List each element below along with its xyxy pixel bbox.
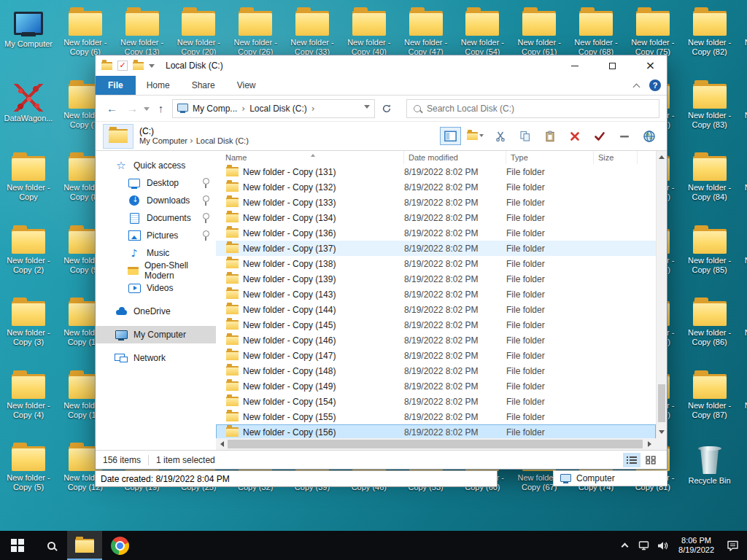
checkmark-button[interactable]	[589, 127, 610, 145]
vertical-scroll-thumb[interactable]	[658, 384, 665, 422]
file-row[interactable]: New folder - Copy (149) 8/19/2022 8:02 P…	[216, 378, 656, 394]
desktop-icon[interactable]: New folder - Copy (87)	[682, 370, 738, 420]
vertical-scrollbar[interactable]	[656, 151, 667, 438]
delete-button[interactable]	[564, 127, 585, 145]
history-dropdown-caret[interactable]	[144, 107, 150, 114]
qat-check-icon[interactable]: ✓	[117, 61, 128, 71]
desktop-icon[interactable]: New folder - Copy (2)	[1, 225, 56, 275]
desktop-icon[interactable]: My Computer	[1, 7, 56, 49]
desktop-icon[interactable]: New folder - Copy (83)	[682, 80, 738, 130]
back-button[interactable]: ←	[103, 99, 121, 118]
globe-button[interactable]	[638, 127, 659, 145]
desktop-icon[interactable]: New folder - Copy (20)	[171, 7, 226, 57]
desktop-icon[interactable]: New folder - Copy (13)	[115, 7, 170, 57]
drive-folder-button[interactable]	[103, 124, 133, 149]
tab-home[interactable]: Home	[136, 76, 181, 95]
desktop-icon[interactable]: New folder - Copy (91)	[738, 225, 747, 275]
breadcrumb-segment[interactable]: Local Disk (C:)	[249, 104, 307, 114]
address-dropdown-caret[interactable]	[364, 105, 370, 112]
scroll-left-arrow[interactable]	[216, 438, 227, 450]
action-center-button[interactable]	[721, 531, 744, 560]
sidebar-item-open-shell-modern[interactable]: Open-Shell Modern	[96, 262, 216, 279]
sidebar-item-documents[interactable]: Documents	[96, 209, 216, 227]
file-row[interactable]: New folder - Copy (155) 8/19/2022 8:02 P…	[216, 409, 656, 424]
tab-file[interactable]: File	[96, 76, 136, 95]
desktop-icon[interactable]: New folder - Copy	[1, 152, 56, 202]
tab-share[interactable]: Share	[181, 76, 226, 95]
sidebar-item-network[interactable]: Network	[96, 349, 216, 367]
scroll-down-arrow[interactable]	[657, 427, 667, 438]
sidebar-item-downloads[interactable]: Downloads	[96, 192, 216, 209]
desktop-icon[interactable]: New folder - Copy (5)	[1, 443, 56, 492]
forward-button[interactable]: →	[123, 99, 142, 118]
start-button[interactable]	[0, 531, 35, 560]
desktop-icon[interactable]: New folder - Copy (33)	[285, 7, 340, 57]
cut-button[interactable]	[489, 127, 511, 145]
desktop-icon[interactable]: New folder - Copy (86)	[682, 298, 738, 347]
column-header-size[interactable]: Size	[594, 151, 638, 164]
file-row[interactable]: New folder - Copy (144) 8/19/2022 8:02 P…	[216, 302, 656, 317]
ribbon-collapse-chevron-icon[interactable]	[633, 83, 640, 90]
scroll-up-arrow[interactable]	[657, 151, 667, 162]
large-icons-view-button[interactable]	[642, 453, 659, 467]
refresh-button[interactable]	[377, 99, 395, 118]
column-header-type[interactable]: Type	[506, 151, 594, 164]
desktop-icon[interactable]: New folder - Copy (85)	[682, 225, 738, 275]
pane-view-button[interactable]	[440, 127, 461, 145]
desktop-icon[interactable]: New folder - Copy (90)	[738, 152, 747, 202]
separator-button[interactable]	[614, 127, 635, 145]
file-row[interactable]: New folder - Copy (132) 8/19/2022 8:02 P…	[216, 179, 656, 195]
desktop-icon[interactable]: New folder - Copy (75)	[625, 7, 681, 57]
desktop-icon[interactable]: New folder - Copy (54)	[454, 7, 510, 57]
desktop-icon[interactable]: New folder - Copy (84)	[682, 152, 738, 202]
minimize-button[interactable]	[558, 55, 591, 76]
volume-tray-button[interactable]	[653, 531, 672, 560]
classic-breadcrumb-segment[interactable]: My Computer	[139, 136, 187, 145]
classic-breadcrumb-segment[interactable]: Local Disk (C:)	[196, 136, 249, 145]
desktop-icon[interactable]: New folder - Copy (6)	[58, 7, 113, 57]
desktop-icon[interactable]: New folder - Copy (47)	[398, 7, 454, 57]
desktop-icon[interactable]: Recycle Bin	[682, 443, 738, 486]
file-row[interactable]: New folder - Copy (148) 8/19/2022 8:02 P…	[216, 363, 656, 378]
file-row[interactable]: New folder - Copy (136) 8/19/2022 8:02 P…	[216, 225, 656, 241]
horizontal-scroll-thumb[interactable]	[228, 440, 643, 448]
sidebar-item-music[interactable]: Music	[96, 244, 216, 262]
search-input[interactable]: Search Local Disk (C:)	[406, 99, 659, 118]
help-button[interactable]: ?	[649, 79, 661, 91]
breadcrumb-segment[interactable]: My Comp...	[193, 104, 237, 114]
new-folder-button[interactable]	[465, 127, 486, 145]
file-row[interactable]: New folder - Copy (147) 8/19/2022 8:02 P…	[216, 348, 656, 363]
tab-view[interactable]: View	[226, 76, 267, 95]
close-button[interactable]: ×	[634, 55, 667, 76]
sidebar-item-videos[interactable]: Videos	[96, 279, 216, 297]
taskbar-clock[interactable]: 8:06 PM 8/19/2022	[672, 536, 721, 555]
column-header-date-modified[interactable]: Date modified	[404, 151, 506, 164]
file-row[interactable]: New folder - Copy (139) 8/19/2022 8:02 P…	[216, 271, 656, 287]
up-button[interactable]: ↑	[152, 99, 170, 118]
scroll-right-arrow[interactable]	[645, 438, 656, 450]
file-row[interactable]: New folder - Copy (131) 8/19/2022 8:02 P…	[216, 164, 656, 179]
file-row[interactable]: New folder - Copy (156) 8/19/2022 8:02 P…	[216, 424, 656, 440]
desktop-icon[interactable]: New folder - Copy (89)	[738, 80, 747, 130]
file-row[interactable]: New folder - Copy (133) 8/19/2022 8:02 P…	[216, 195, 656, 210]
desktop-icon[interactable]: New folder - Copy (82)	[682, 7, 738, 57]
sidebar-item-pictures[interactable]: Pictures	[96, 227, 216, 244]
desktop-icon[interactable]: New folder - Copy (68)	[568, 7, 624, 57]
horizontal-scrollbar[interactable]	[216, 438, 656, 450]
details-view-button[interactable]	[623, 453, 640, 467]
file-row[interactable]: New folder - Copy (134) 8/19/2022 8:02 P…	[216, 210, 656, 225]
file-row[interactable]: New folder - Copy (146) 8/19/2022 8:02 P…	[216, 332, 656, 348]
maximize-button[interactable]	[596, 55, 629, 76]
copy-button[interactable]	[514, 127, 535, 145]
file-row[interactable]: New folder - Copy (145) 8/19/2022 8:02 P…	[216, 317, 656, 332]
desktop-icon[interactable]: New folder - Copy (26)	[228, 7, 283, 57]
hidden-icons-button[interactable]	[615, 531, 634, 560]
qat-dropdown-caret[interactable]	[149, 64, 155, 71]
column-header-name[interactable]: Name	[216, 151, 404, 164]
desktop-icon[interactable]: New folder - Copy (4)	[1, 370, 56, 420]
sidebar-item-desktop[interactable]: Desktop	[96, 174, 216, 192]
taskbar-search-button[interactable]	[35, 531, 67, 560]
sidebar-item-onedrive[interactable]: OneDrive	[96, 303, 216, 320]
file-row[interactable]: New folder - Copy (138) 8/19/2022 8:02 P…	[216, 256, 656, 271]
desktop-icon[interactable]: New folder - Copy (61)	[511, 7, 567, 57]
